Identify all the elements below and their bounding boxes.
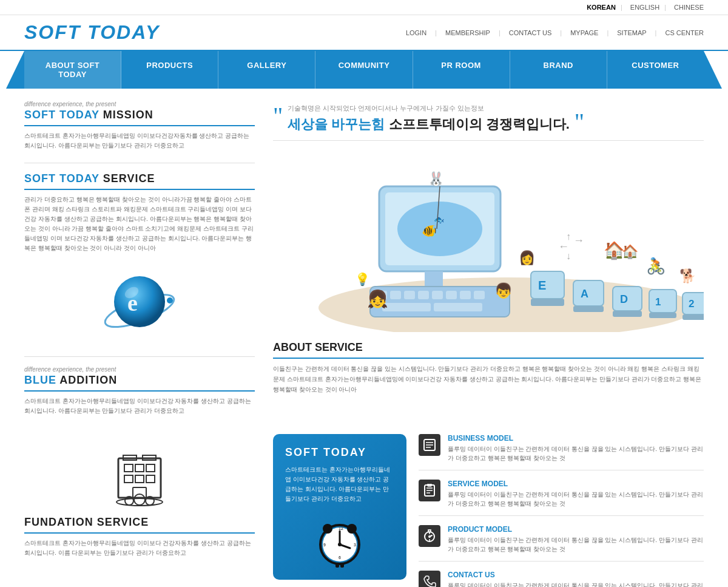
blue-addition-subtitle: difference experience, the present [24, 366, 255, 373]
nav-pr-room[interactable]: PR ROOM [413, 51, 510, 89]
model-content-product: PRODUCT MODEL 플루밍 데이터이 이들친구는 간련하게 데이터 통신… [448, 525, 704, 554]
svg-rect-39 [682, 314, 704, 320]
mission-subtitle: difference experience, the present [24, 101, 255, 107]
building-icon-area [24, 440, 255, 507]
blue-addition-highlight: BLUE [24, 374, 56, 386]
svg-point-65 [134, 494, 145, 505]
svg-rect-76 [335, 563, 339, 568]
svg-rect-19 [418, 291, 429, 299]
svg-rect-21 [446, 291, 457, 299]
mission-body: 스마트테크트 혼자가는아행무리들네앱밍 이미보다건강자동차를 생산하고 공급하는… [24, 131, 255, 151]
svg-text:👦: 👦 [494, 282, 513, 299]
clock-icon: 12 3 6 9 [312, 513, 367, 568]
svg-rect-59 [146, 475, 155, 483]
model-item-service: SERVICE MODEL 플루밍 데이터이 이들친구는 간련하게 데이터 통신… [419, 480, 704, 516]
svg-text:→: → [573, 234, 584, 246]
model-title-contact: CONTACT US [448, 571, 704, 579]
svg-text:12: 12 [339, 526, 343, 531]
hero-line1: 세상을 바꾸는힘 [288, 117, 385, 132]
nav-gallery[interactable]: GALLERY [218, 51, 315, 89]
left-column: difference experience, the present SOFT … [24, 89, 255, 428]
service-models-list: BUSINESS MODEL 플루밍 데이터이 이들친구는 간련하게 데이터 통… [419, 434, 704, 587]
model-item-product: PRODUCT MODEL 플루밍 데이터이 이들친구는 간련하게 데이터 통신… [419, 525, 704, 562]
header: SOFT TODAY LOGIN | MEMBERSHIP | CONTACT … [0, 15, 728, 51]
product-model-icon [423, 529, 436, 543]
main-content: difference experience, the present SOFT … [0, 89, 728, 428]
svg-point-4 [167, 297, 173, 304]
nav-contact-us[interactable]: CONTACT US [509, 29, 552, 36]
blue-addition-rest: ADDITION [59, 374, 117, 386]
model-icon-product [419, 525, 440, 547]
svg-text:2: 2 [689, 298, 694, 310]
lang-english[interactable]: ENGLISH [630, 4, 659, 11]
divider-1 [24, 163, 255, 163]
lang-korean[interactable]: KOREAN [587, 4, 616, 11]
nav-mypage[interactable]: MYPAGE [570, 29, 598, 36]
svg-text:🐕: 🐕 [679, 268, 696, 284]
mission-title-highlight: SOFT TODAY [24, 109, 99, 121]
nav-products[interactable]: PRODUCTS [121, 51, 218, 89]
svg-rect-23 [474, 291, 485, 299]
svg-point-10 [397, 202, 482, 256]
svg-rect-54 [124, 464, 133, 472]
svg-point-71 [338, 543, 342, 546]
foundation-column: FUNDATION SERVICE 스마트테크트 혼자가는아행무리들네앱밍 이미… [24, 434, 255, 587]
hero-small-text: 기술혁명은 시작되었다 언제어디서나 누구에게나 가질수 있는정보 [288, 104, 569, 113]
svg-text:6: 6 [339, 555, 341, 560]
divider-2 [24, 356, 255, 357]
foundation-title: FUNDATION SERVICE [24, 516, 255, 534]
model-content-service: SERVICE MODEL 플루밍 데이터이 이들친구는 간련하게 데이터 통신… [448, 480, 704, 508]
model-content-business: BUSINESS MODEL 플루밍 데이터이 이들친구는 간련하게 데이터 통… [448, 434, 704, 463]
right-column: " 기술혁명은 시작되었다 언제어디서나 누구에게나 가질수 있는정보 세상을 … [273, 89, 704, 428]
quote-mark-open: " [273, 104, 283, 128]
svg-rect-29 [573, 280, 604, 306]
foundation-body: 스마트테크트 혼자가는아행무리들네앱밍 이미보다 건강자동차를 생산하고 공급하… [24, 538, 255, 558]
model-body-product: 플루밍 데이터이 이들친구는 간련하게 데이터 통신을 끊을 있는 시스템입니다… [448, 535, 704, 554]
service-title-rest: SERVICE [103, 172, 155, 185]
main-navigation: ABOUT SOFT TODAY PRODUCTS GALLERY COMMUN… [24, 51, 704, 89]
model-title-business: BUSINESS MODEL [448, 434, 704, 443]
svg-rect-18 [404, 291, 415, 299]
blue-card-body: 스마트테크트는 혼자가는아행무리들네앱 이미보다건강 자동차를 생산하고 공급하… [285, 465, 394, 504]
svg-text:↓: ↓ [566, 251, 571, 261]
svg-text:D: D [620, 293, 628, 305]
nav-community[interactable]: COMMUNITY [315, 51, 413, 89]
language-bar: KOREAN | ENGLISH | CHINESE [0, 0, 728, 15]
svg-text:💡: 💡 [355, 272, 370, 287]
nav-login[interactable]: LOGIN [406, 29, 426, 36]
svg-rect-20 [432, 291, 443, 299]
globe-icon: e [100, 265, 179, 344]
contact-icon [423, 575, 436, 587]
svg-text:A: A [581, 288, 588, 300]
nav-membership[interactable]: MEMBERSHIP [445, 29, 490, 36]
svg-rect-56 [146, 464, 155, 472]
model-item-contact: CONTACT US 플루밍 데이터이 이들친구는 간련하게 데이터 통신을 끊… [419, 571, 704, 587]
right-bottom: SOFT TODAY 스마트테크트는 혼자가는아행무리들네앱 이미보다건강 자동… [273, 434, 704, 587]
nav-sitemap[interactable]: SITEMAP [617, 29, 646, 36]
site-logo[interactable]: SOFT TODAY [24, 21, 160, 44]
lang-chinese[interactable]: CHINESE [674, 4, 704, 11]
svg-text:↑: ↑ [566, 231, 571, 242]
svg-rect-33 [613, 311, 642, 317]
model-title-service: SERVICE MODEL [448, 480, 704, 488]
svg-rect-55 [135, 464, 144, 472]
about-service-body: 이들친구는 간련하게 데이터 통신을 끊을 있는 시스템입니다. 만들기보다 관… [273, 364, 704, 395]
svg-text:🐟: 🐟 [434, 215, 445, 225]
svg-rect-22 [460, 291, 471, 299]
svg-rect-25 [434, 303, 482, 311]
lang-sep-1: | [621, 4, 622, 11]
hero-line2b: 소프트투데이의 경쟁력입니다. [389, 117, 570, 132]
hero-main-text: 세상을 바꾸는힘 소프트투데이의 경쟁력입니다. [288, 115, 569, 134]
nav-customer[interactable]: CUSTOMER [607, 51, 704, 89]
svg-text:👧: 👧 [367, 289, 388, 309]
svg-text:1: 1 [655, 296, 661, 308]
service-title: SOFT TODAY SERVICE [24, 172, 255, 190]
nav-about[interactable]: ABOUT SOFT TODAY [24, 51, 121, 89]
bottom-section: FUNDATION SERVICE 스마트테크트 혼자가는아행무리들네앱밍 이미… [0, 434, 728, 587]
model-body-business: 플루밍 데이터이 이들친구는 간련하게 데이터 통신을 끊을 있는 시스템입니다… [448, 444, 704, 463]
cartoon-illustration: 🐠 🐟 🐰 [273, 150, 704, 332]
svg-rect-77 [340, 563, 344, 568]
nav-brand[interactable]: BRAND [510, 51, 607, 89]
nav-cs-center[interactable]: CS CENTER [665, 29, 704, 36]
svg-text:🐠: 🐠 [422, 223, 437, 238]
